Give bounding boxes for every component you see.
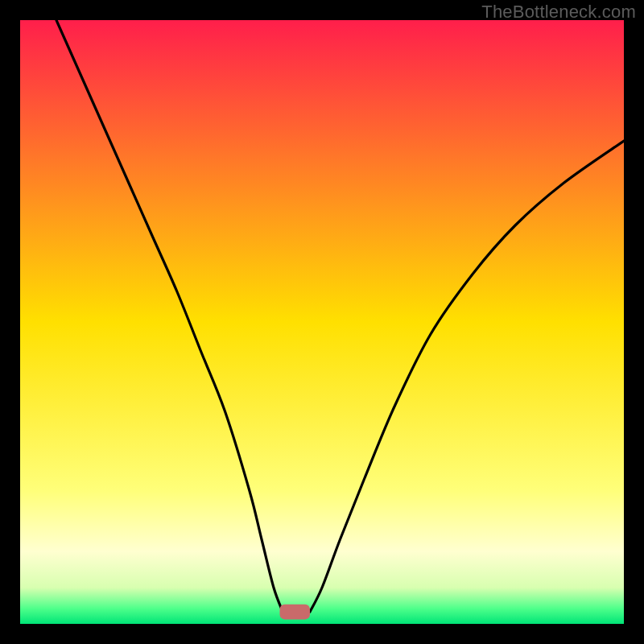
chart-frame xyxy=(20,20,624,624)
watermark-text: TheBottleneck.com xyxy=(481,2,636,23)
bottleneck-chart xyxy=(20,20,624,624)
chart-background xyxy=(20,20,624,624)
optimal-marker xyxy=(280,605,311,620)
